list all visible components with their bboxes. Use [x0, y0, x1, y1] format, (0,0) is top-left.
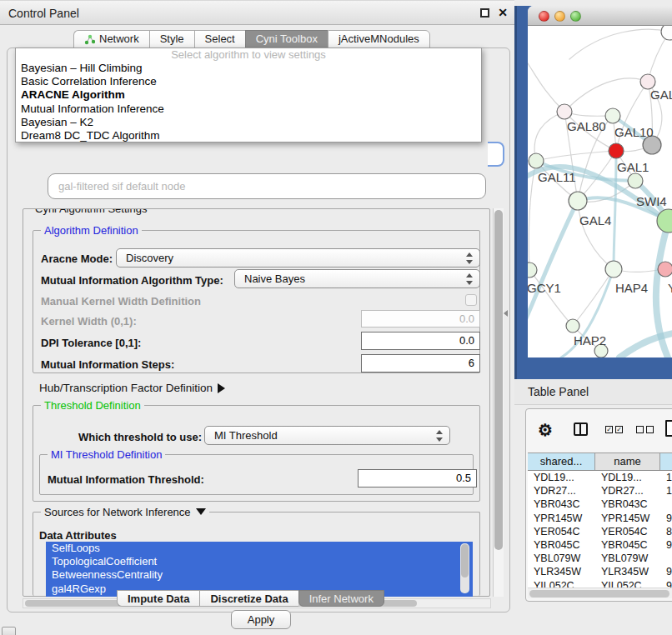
network-node[interactable]: [605, 261, 622, 278]
dropdown-item[interactable]: Dream8 DC_TDC Algorithm: [16, 129, 481, 142]
table-row[interactable]: YDL19...YDL19...13: [528, 471, 672, 484]
network-edge[interactable]: [528, 63, 564, 112]
manual-kernel-checkbox[interactable]: [465, 294, 477, 306]
mi-threshold-field[interactable]: 0.5: [358, 469, 477, 488]
hub-definition-expander[interactable]: Hub/Transcription Factor Definition: [39, 382, 225, 394]
control-panel-titlebar: Control Panel ✕: [0, 0, 514, 25]
aracne-mode-combobox[interactable]: Discovery: [116, 248, 480, 268]
network-node[interactable]: [605, 108, 620, 123]
table-row[interactable]: YDR27...YDR27...12: [528, 484, 672, 498]
node-label: GAL80: [567, 119, 606, 133]
tab-infer-network-label: Infer Network: [309, 592, 374, 605]
gear-icon[interactable]: ⚙: [538, 420, 553, 440]
scrollbar-thumb[interactable]: [461, 544, 469, 578]
column-header-name[interactable]: name: [595, 453, 660, 470]
dropdown-item[interactable]: Mutual Information Inference: [16, 102, 481, 116]
scrollbar-thumb[interactable]: [529, 590, 669, 598]
network-edge[interactable]: [528, 201, 578, 326]
network-node[interactable]: [569, 192, 587, 210]
table-row[interactable]: YBL079WYBL079W: [528, 552, 672, 565]
kernel-width-field[interactable]: 0.0: [361, 310, 480, 328]
settings-vertical-scrollbar[interactable]: [493, 208, 504, 597]
algorithm-dropdown-popup: Select algorithm to view settings Bayesi…: [15, 48, 482, 142]
network-edge[interactable]: [569, 29, 669, 59]
dropdown-item[interactable]: Bayesian – K2: [16, 116, 481, 129]
cell: YBL079W: [528, 552, 595, 565]
deselect-all-checks-icon[interactable]: [636, 426, 654, 433]
network-window-titlebar[interactable]: [528, 6, 672, 26]
table-row[interactable]: YER054CYER054C8.: [528, 525, 672, 538]
network-node[interactable]: [566, 319, 579, 332]
dropdown-item[interactable]: Bayesian – Hill Climbing: [16, 62, 481, 75]
minimize-traffic-light-icon[interactable]: [554, 11, 565, 22]
network-node[interactable]: [628, 173, 643, 188]
node-label: SWI4: [636, 194, 667, 208]
mi-steps-value: 6: [469, 357, 474, 369]
dropdown-item[interactable]: Basic Correlation Inference: [16, 75, 481, 88]
select-all-checks-icon[interactable]: ✓ ✓: [605, 426, 623, 433]
column-header-clipped[interactable]: [660, 453, 672, 470]
cell: YDR27...: [528, 484, 595, 498]
attribute-item[interactable]: SelfLoops: [46, 542, 473, 555]
attribute-list-scrollbar[interactable]: [460, 543, 469, 593]
document-icon[interactable]: [665, 420, 672, 437]
tab-select-label: Select: [205, 30, 235, 48]
network-edge[interactable]: [616, 82, 648, 151]
tab-discretize-data[interactable]: Discretize Data: [199, 590, 298, 607]
table-horizontal-scrollbar[interactable]: [528, 588, 672, 598]
network-selector-combobox[interactable]: gal-filtered sif default node: [48, 173, 486, 199]
mi-steps-field[interactable]: 6: [361, 354, 480, 372]
network-node[interactable]: [609, 143, 624, 158]
network-node[interactable]: [528, 262, 537, 278]
close-icon[interactable]: ✕: [498, 6, 508, 19]
network-selector-value: gal-filtered sif default node: [58, 180, 185, 192]
mi-type-combobox[interactable]: Naive Bayes: [234, 269, 480, 288]
table-row[interactable]: YBR043CYBR043C: [528, 498, 672, 511]
cell: [660, 552, 672, 565]
tab-select[interactable]: Select: [194, 30, 245, 48]
network-node[interactable]: [658, 262, 672, 277]
data-attributes-list[interactable]: SelfLoops TopologicalCoefficient Between…: [46, 542, 473, 597]
dpi-tolerance-field[interactable]: 0.0: [361, 332, 480, 350]
network-edge[interactable]: [578, 201, 614, 269]
zoom-traffic-light-icon[interactable]: [570, 11, 581, 22]
attribute-item[interactable]: TopologicalCoefficient: [46, 555, 473, 568]
float-window-icon[interactable]: [480, 8, 489, 18]
table-row[interactable]: YLR345WYLR345W9.: [528, 565, 672, 578]
control-panel-title: Control Panel: [8, 7, 79, 20]
network-node[interactable]: [557, 104, 572, 119]
tab-infer-network[interactable]: Infer Network: [298, 590, 384, 607]
split-pane-icon[interactable]: [574, 422, 588, 436]
corner-chip-button[interactable]: [2, 627, 16, 635]
algorithm-combobox-fragment[interactable]: [488, 142, 504, 167]
tab-jactivemnodules[interactable]: jActiveMNodules: [328, 30, 430, 48]
sources-expander[interactable]: Sources for Network Inference: [41, 506, 209, 518]
network-window[interactable]: GAL7GAL80GAL10GAL1GAL11SWI4GAL4GCY1HAP4Y…: [528, 6, 672, 358]
network-edge[interactable]: [536, 151, 616, 161]
network-node[interactable]: [529, 153, 544, 168]
column-header-shared-name[interactable]: shared...: [528, 453, 595, 470]
apply-button[interactable]: Apply: [231, 610, 291, 629]
tab-impute-data[interactable]: Impute Data: [117, 590, 199, 607]
unchecked-box-icon: [646, 426, 654, 433]
node-label: GAL10: [614, 125, 654, 139]
dropdown-item-selected[interactable]: ARACNE Algorithm: [16, 88, 481, 102]
table-panel-box: ⚙ ✓ ✓ shared... name YDL19...YDL19...13 …: [525, 408, 672, 602]
network-canvas[interactable]: GAL7GAL80GAL10GAL1GAL11SWI4GAL4GCY1HAP4Y…: [528, 26, 672, 358]
network-edge[interactable]: [614, 151, 616, 269]
close-traffic-light-icon[interactable]: [539, 11, 549, 22]
tab-cyni-toolbox[interactable]: Cyni Toolbox: [245, 30, 328, 48]
attribute-item[interactable]: BetweennessCentrality: [46, 568, 473, 582]
cell: YER054C: [528, 525, 595, 538]
network-edge[interactable]: [564, 78, 648, 112]
which-threshold-combobox[interactable]: MI Threshold: [204, 426, 450, 445]
table-row[interactable]: YBR045CYBR045C9.: [528, 538, 672, 552]
tab-style[interactable]: Style: [149, 30, 194, 48]
tab-network[interactable]: Network: [73, 30, 149, 48]
divider-collapse-icon[interactable]: [504, 310, 508, 317]
checked-box-icon: ✓: [605, 426, 613, 433]
network-node[interactable]: [661, 26, 672, 40]
table-row[interactable]: YPR145WYPR145W9.: [528, 512, 672, 525]
scrollbar-thumb[interactable]: [494, 210, 503, 550]
cell: YBR045C: [528, 538, 595, 552]
